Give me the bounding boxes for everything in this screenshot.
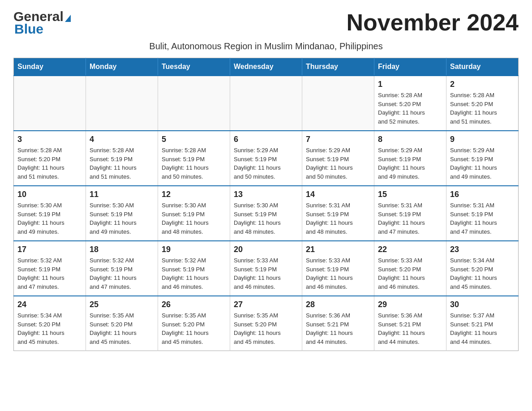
calendar-cell: 14Sunrise: 5:31 AM Sunset: 5:19 PM Dayli… xyxy=(302,186,374,241)
col-header-wednesday: Wednesday xyxy=(230,58,302,76)
calendar-cell: 4Sunrise: 5:28 AM Sunset: 5:19 PM Daylig… xyxy=(86,131,158,186)
calendar-cell: 3Sunrise: 5:28 AM Sunset: 5:20 PM Daylig… xyxy=(14,131,86,186)
day-number: 11 xyxy=(90,190,154,199)
day-number: 9 xyxy=(450,135,515,144)
col-header-sunday: Sunday xyxy=(14,58,86,76)
day-info: Sunrise: 5:28 AM Sunset: 5:20 PM Dayligh… xyxy=(450,91,515,126)
location-subtitle: Bulit, Autonomous Region in Muslim Minda… xyxy=(13,41,519,51)
calendar-cell xyxy=(14,76,86,131)
calendar-cell: 13Sunrise: 5:30 AM Sunset: 5:19 PM Dayli… xyxy=(230,186,302,241)
day-info: Sunrise: 5:28 AM Sunset: 5:19 PM Dayligh… xyxy=(162,146,226,181)
calendar-cell: 12Sunrise: 5:30 AM Sunset: 5:19 PM Dayli… xyxy=(158,186,230,241)
calendar-cell: 23Sunrise: 5:34 AM Sunset: 5:20 PM Dayli… xyxy=(446,241,519,296)
calendar-cell: 21Sunrise: 5:33 AM Sunset: 5:19 PM Dayli… xyxy=(302,241,374,296)
calendar-header-row: SundayMondayTuesdayWednesdayThursdayFrid… xyxy=(14,58,519,76)
day-info: Sunrise: 5:28 AM Sunset: 5:20 PM Dayligh… xyxy=(17,146,82,181)
day-info: Sunrise: 5:35 AM Sunset: 5:20 PM Dayligh… xyxy=(162,311,226,346)
calendar-cell xyxy=(302,76,374,131)
day-info: Sunrise: 5:36 AM Sunset: 5:21 PM Dayligh… xyxy=(306,311,370,346)
day-number: 4 xyxy=(90,135,154,144)
calendar-table: SundayMondayTuesdayWednesdayThursdayFrid… xyxy=(13,58,519,351)
day-info: Sunrise: 5:30 AM Sunset: 5:19 PM Dayligh… xyxy=(17,201,82,236)
month-title: November 2024 xyxy=(347,9,519,36)
day-number: 16 xyxy=(450,190,515,199)
day-info: Sunrise: 5:30 AM Sunset: 5:19 PM Dayligh… xyxy=(90,201,154,236)
day-number: 7 xyxy=(306,135,370,144)
calendar-week-row: 17Sunrise: 5:32 AM Sunset: 5:19 PM Dayli… xyxy=(14,241,519,296)
calendar-cell: 25Sunrise: 5:35 AM Sunset: 5:20 PM Dayli… xyxy=(86,296,158,351)
day-number: 23 xyxy=(450,245,515,254)
day-info: Sunrise: 5:34 AM Sunset: 5:20 PM Dayligh… xyxy=(17,311,82,346)
day-info: Sunrise: 5:31 AM Sunset: 5:19 PM Dayligh… xyxy=(378,201,442,236)
day-number: 1 xyxy=(378,80,442,89)
day-number: 19 xyxy=(162,245,226,254)
day-info: Sunrise: 5:33 AM Sunset: 5:19 PM Dayligh… xyxy=(234,256,298,291)
day-info: Sunrise: 5:29 AM Sunset: 5:19 PM Dayligh… xyxy=(450,146,515,181)
calendar-cell: 22Sunrise: 5:33 AM Sunset: 5:20 PM Dayli… xyxy=(374,241,446,296)
day-number: 3 xyxy=(17,135,82,144)
day-number: 2 xyxy=(450,80,515,89)
calendar-cell: 18Sunrise: 5:32 AM Sunset: 5:19 PM Dayli… xyxy=(86,241,158,296)
calendar-cell: 10Sunrise: 5:30 AM Sunset: 5:19 PM Dayli… xyxy=(14,186,86,241)
calendar-cell: 1Sunrise: 5:28 AM Sunset: 5:20 PM Daylig… xyxy=(374,76,446,131)
calendar-cell: 29Sunrise: 5:36 AM Sunset: 5:21 PM Dayli… xyxy=(374,296,446,351)
day-number: 15 xyxy=(378,190,442,199)
day-number: 8 xyxy=(378,135,442,144)
col-header-friday: Friday xyxy=(374,58,446,76)
day-info: Sunrise: 5:32 AM Sunset: 5:19 PM Dayligh… xyxy=(162,256,226,291)
day-info: Sunrise: 5:37 AM Sunset: 5:21 PM Dayligh… xyxy=(450,311,515,346)
calendar-cell xyxy=(158,76,230,131)
day-number: 27 xyxy=(234,300,298,309)
calendar-cell: 8Sunrise: 5:29 AM Sunset: 5:19 PM Daylig… xyxy=(374,131,446,186)
calendar-week-row: 10Sunrise: 5:30 AM Sunset: 5:19 PM Dayli… xyxy=(14,186,519,241)
logo-triangle-icon xyxy=(65,15,71,22)
calendar-cell: 28Sunrise: 5:36 AM Sunset: 5:21 PM Dayli… xyxy=(302,296,374,351)
day-info: Sunrise: 5:31 AM Sunset: 5:19 PM Dayligh… xyxy=(450,201,515,236)
calendar-cell: 5Sunrise: 5:28 AM Sunset: 5:19 PM Daylig… xyxy=(158,131,230,186)
day-info: Sunrise: 5:36 AM Sunset: 5:21 PM Dayligh… xyxy=(378,311,442,346)
calendar-cell: 15Sunrise: 5:31 AM Sunset: 5:19 PM Dayli… xyxy=(374,186,446,241)
col-header-monday: Monday xyxy=(86,58,158,76)
day-number: 5 xyxy=(162,135,226,144)
calendar-cell: 20Sunrise: 5:33 AM Sunset: 5:19 PM Dayli… xyxy=(230,241,302,296)
calendar-week-row: 24Sunrise: 5:34 AM Sunset: 5:20 PM Dayli… xyxy=(14,296,519,351)
col-header-tuesday: Tuesday xyxy=(158,58,230,76)
day-number: 17 xyxy=(17,245,82,254)
calendar-week-row: 1Sunrise: 5:28 AM Sunset: 5:20 PM Daylig… xyxy=(14,76,519,131)
logo-blue-text: Blue xyxy=(13,21,43,37)
page-header: General Blue November 2024 xyxy=(13,9,519,37)
calendar-cell: 2Sunrise: 5:28 AM Sunset: 5:20 PM Daylig… xyxy=(446,76,519,131)
day-info: Sunrise: 5:33 AM Sunset: 5:19 PM Dayligh… xyxy=(306,256,370,291)
calendar-cell xyxy=(230,76,302,131)
day-number: 28 xyxy=(306,300,370,309)
day-number: 24 xyxy=(17,300,82,309)
day-number: 18 xyxy=(90,245,154,254)
day-number: 20 xyxy=(234,245,298,254)
day-number: 13 xyxy=(234,190,298,199)
col-header-thursday: Thursday xyxy=(302,58,374,76)
day-number: 21 xyxy=(306,245,370,254)
calendar-cell: 19Sunrise: 5:32 AM Sunset: 5:19 PM Dayli… xyxy=(158,241,230,296)
day-info: Sunrise: 5:32 AM Sunset: 5:19 PM Dayligh… xyxy=(90,256,154,291)
calendar-cell: 26Sunrise: 5:35 AM Sunset: 5:20 PM Dayli… xyxy=(158,296,230,351)
day-number: 12 xyxy=(162,190,226,199)
calendar-cell: 17Sunrise: 5:32 AM Sunset: 5:19 PM Dayli… xyxy=(14,241,86,296)
calendar-week-row: 3Sunrise: 5:28 AM Sunset: 5:20 PM Daylig… xyxy=(14,131,519,186)
day-info: Sunrise: 5:29 AM Sunset: 5:19 PM Dayligh… xyxy=(378,146,442,181)
day-info: Sunrise: 5:28 AM Sunset: 5:19 PM Dayligh… xyxy=(90,146,154,181)
calendar-cell: 27Sunrise: 5:35 AM Sunset: 5:20 PM Dayli… xyxy=(230,296,302,351)
calendar-cell: 30Sunrise: 5:37 AM Sunset: 5:21 PM Dayli… xyxy=(446,296,519,351)
day-info: Sunrise: 5:34 AM Sunset: 5:20 PM Dayligh… xyxy=(450,256,515,291)
day-number: 30 xyxy=(450,300,515,309)
day-info: Sunrise: 5:29 AM Sunset: 5:19 PM Dayligh… xyxy=(306,146,370,181)
day-number: 14 xyxy=(306,190,370,199)
day-info: Sunrise: 5:29 AM Sunset: 5:19 PM Dayligh… xyxy=(234,146,298,181)
day-number: 6 xyxy=(234,135,298,144)
day-number: 22 xyxy=(378,245,442,254)
day-info: Sunrise: 5:32 AM Sunset: 5:19 PM Dayligh… xyxy=(17,256,82,291)
day-number: 29 xyxy=(378,300,442,309)
day-info: Sunrise: 5:30 AM Sunset: 5:19 PM Dayligh… xyxy=(162,201,226,236)
calendar-cell: 24Sunrise: 5:34 AM Sunset: 5:20 PM Dayli… xyxy=(14,296,86,351)
calendar-cell: 7Sunrise: 5:29 AM Sunset: 5:19 PM Daylig… xyxy=(302,131,374,186)
day-info: Sunrise: 5:28 AM Sunset: 5:20 PM Dayligh… xyxy=(378,91,442,126)
